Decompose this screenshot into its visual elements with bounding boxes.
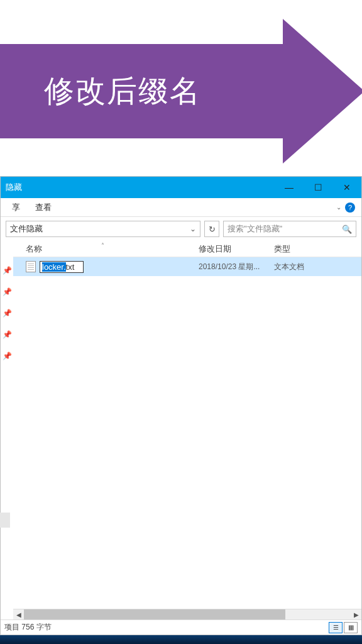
menu-view[interactable]: 查看	[28, 199, 59, 216]
help-icon[interactable]: ?	[345, 203, 355, 213]
scroll-thumb[interactable]	[24, 609, 285, 619]
pin-icon[interactable]: 📌	[3, 309, 12, 318]
explorer-window: 隐藏 — ☐ ✕ 享 查看 ⌄ ? 文件隐藏 ↻ 搜索"文件隐藏" 🔍 📌 📌 …	[0, 176, 362, 635]
column-name[interactable]: 名称 ˄	[26, 243, 199, 255]
file-name-ext: txt	[66, 262, 75, 272]
address-bar: 文件隐藏 ↻ 搜索"文件隐藏" 🔍	[1, 217, 361, 241]
column-date[interactable]: 修改日期	[199, 243, 274, 255]
file-listing: 名称 ˄ 修改日期 类型 locker.txt 2018/10/23 星期...…	[13, 241, 361, 619]
scroll-left-button[interactable]: ◀	[13, 609, 24, 620]
window-controls: — ☐ ✕	[275, 177, 361, 198]
content-area: 📌 📌 📌 📌 📌 名称 ˄ 修改日期 类型 locker.txt	[1, 241, 361, 619]
refresh-button[interactable]: ↻	[204, 221, 219, 237]
search-input[interactable]: 搜索"文件隐藏" 🔍	[223, 221, 356, 237]
sort-arrow-icon: ˄	[101, 242, 104, 249]
window-title: 隐藏	[6, 182, 22, 193]
menubar: 享 查看 ⌄ ?	[1, 198, 361, 217]
path-input[interactable]: 文件隐藏	[6, 221, 200, 237]
maximize-button[interactable]: ☐	[304, 177, 332, 198]
pin-icon[interactable]: 📌	[3, 266, 12, 275]
file-type: 文本文档	[274, 262, 343, 272]
view-icons-button[interactable]: ▦	[344, 622, 358, 633]
horizontal-scrollbar[interactable]: ◀ ▶	[13, 609, 361, 619]
file-date: 2018/10/23 星期...	[199, 262, 274, 272]
view-details-button[interactable]: ☰	[329, 622, 343, 633]
pin-icon[interactable]: 📌	[3, 330, 12, 339]
text-file-icon	[26, 261, 36, 272]
taskbar-edge	[0, 635, 362, 644]
minimize-button[interactable]: —	[275, 177, 304, 198]
banner-text: 修改后缀名	[44, 71, 201, 111]
column-type[interactable]: 类型	[274, 243, 343, 255]
file-name-selected: locker.	[42, 262, 66, 272]
search-placeholder: 搜索"文件隐藏"	[228, 223, 282, 235]
menu-share[interactable]: 享	[4, 199, 28, 216]
status-text: 项目 756 字节	[4, 622, 327, 633]
titlebar: 隐藏 — ☐ ✕	[1, 177, 361, 198]
search-icon: 🔍	[342, 225, 352, 234]
path-text: 文件隐藏	[10, 223, 43, 235]
statusbar: 项目 756 字节 ☰ ▦	[1, 619, 361, 635]
file-rename-input[interactable]: locker.txt	[40, 261, 84, 273]
sidebar-edge	[0, 513, 10, 528]
close-button[interactable]: ✕	[332, 177, 361, 198]
annotation-arrow: 修改后缀名	[0, 13, 362, 138]
pin-icon[interactable]: 📌	[3, 287, 12, 296]
file-row[interactable]: locker.txt 2018/10/23 星期... 文本文档	[13, 257, 361, 276]
empty-area	[13, 276, 361, 609]
columns-header: 名称 ˄ 修改日期 类型	[13, 241, 361, 257]
chevron-down-icon[interactable]: ⌄	[336, 204, 341, 211]
pin-icon[interactable]: 📌	[3, 352, 12, 360]
scroll-track[interactable]	[24, 609, 351, 619]
sidebar: 📌 📌 📌 📌 📌	[1, 241, 13, 619]
scroll-right-button[interactable]: ▶	[351, 609, 361, 620]
